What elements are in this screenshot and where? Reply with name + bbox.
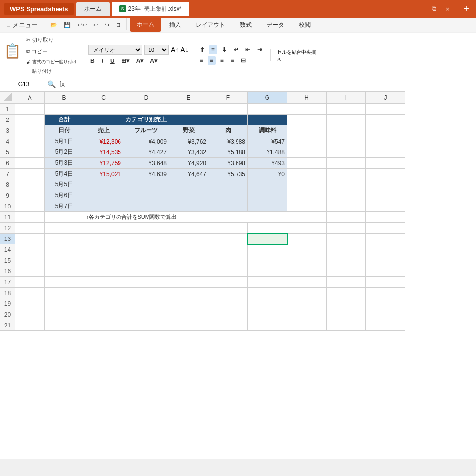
cell-G7[interactable]: ¥0 (248, 169, 287, 179)
cell-E13[interactable] (169, 234, 208, 244)
cell-H11[interactable] (287, 212, 327, 223)
cell-I8[interactable] (327, 179, 366, 190)
tab-file[interactable]: S23年_売上集計.xlsx* (112, 2, 190, 16)
cell-E3[interactable]: 野菜 (169, 125, 208, 136)
cell-J11[interactable] (366, 212, 405, 223)
cell-J8[interactable] (366, 179, 405, 190)
redo-btn[interactable]: ↪ (102, 18, 112, 32)
cell-I13[interactable] (327, 234, 366, 244)
menu-btn[interactable]: ≡ メニュー (4, 18, 41, 32)
cell-D10[interactable] (123, 201, 169, 212)
cell-A11[interactable] (15, 212, 45, 223)
indent-right-btn[interactable]: ⇥ (255, 45, 265, 54)
cell-B5[interactable]: 5月2日 (45, 147, 84, 158)
cell-H5[interactable] (287, 147, 327, 158)
tab-home[interactable]: ホーム (76, 2, 110, 16)
border-btn[interactable]: ⊞▾ (119, 57, 132, 65)
tab-ribbon-formula[interactable]: 数式 (233, 18, 259, 32)
cell-C12[interactable] (84, 223, 123, 234)
cell-I9[interactable] (327, 190, 366, 201)
cell-G13[interactable] (248, 234, 287, 244)
cell-J4[interactable] (366, 136, 405, 147)
cell-A13[interactable] (15, 234, 45, 244)
cell-C1[interactable] (84, 104, 123, 115)
cell-J1[interactable] (366, 104, 405, 115)
tab-ribbon-insert[interactable]: 挿入 (162, 18, 188, 32)
cell[interactable] (15, 244, 45, 255)
cell-G4[interactable]: ¥547 (248, 136, 287, 147)
cell-J12[interactable] (366, 223, 405, 234)
close-btn[interactable]: × (443, 4, 453, 14)
cell-I11[interactable] (327, 212, 366, 223)
cell-A9[interactable] (15, 190, 45, 201)
cell-J9[interactable] (366, 190, 405, 201)
cell-B12[interactable] (45, 223, 84, 234)
align-middle-btn[interactable]: ≡ (209, 45, 217, 54)
align-right-btn[interactable]: ≡ (218, 56, 226, 65)
cell-J13[interactable] (366, 234, 405, 244)
cell-J10[interactable] (366, 201, 405, 212)
cell-F2[interactable] (208, 115, 248, 125)
cell-G12[interactable] (248, 223, 287, 234)
cell-D7[interactable]: ¥4,639 (123, 169, 169, 179)
cell-F10[interactable] (208, 201, 248, 212)
cell-F9[interactable] (208, 190, 248, 201)
cell-B1[interactable] (45, 104, 84, 115)
cell-A6[interactable] (15, 158, 45, 169)
cell-A3[interactable] (15, 125, 45, 136)
font-name-select[interactable]: メイリオ (88, 45, 142, 55)
cell-A1[interactable] (15, 104, 45, 115)
cell-H2[interactable] (287, 115, 327, 125)
cell-E9[interactable] (169, 190, 208, 201)
cell-E4[interactable]: ¥3,762 (169, 136, 208, 147)
cell-E6[interactable]: ¥4,920 (169, 158, 208, 169)
cell-B11[interactable] (45, 212, 84, 223)
font-color-btn[interactable]: A▾ (148, 57, 160, 65)
cell-E7[interactable]: ¥4,647 (169, 169, 208, 179)
cell-D9[interactable] (123, 190, 169, 201)
col-header-B[interactable]: B (45, 92, 84, 104)
col-header-A[interactable]: A (15, 92, 45, 104)
cell-A8[interactable] (15, 179, 45, 190)
cell-F3[interactable]: 肉 (208, 125, 248, 136)
cell-I1[interactable] (327, 104, 366, 115)
align-bottom-btn[interactable]: ⬇ (219, 45, 229, 54)
cell-H3[interactable] (287, 125, 327, 136)
cell-H1[interactable] (287, 104, 327, 115)
col-header-C[interactable]: C (84, 92, 123, 104)
format-copy-btn[interactable]: 🖌 書式のコピー貼り付け (23, 58, 80, 67)
cell-I7[interactable] (327, 169, 366, 179)
cell-F7[interactable]: ¥5,735 (208, 169, 248, 179)
indent-left-btn[interactable]: ⇤ (243, 45, 253, 54)
open-btn[interactable]: 📂 (47, 18, 60, 32)
print-btn[interactable]: ⊟ (113, 18, 123, 32)
tab-ribbon-review[interactable]: 校閲 (292, 18, 318, 32)
cell-E12[interactable] (169, 223, 208, 234)
cell-J5[interactable] (366, 147, 405, 158)
cell-B3[interactable]: 日付 (45, 125, 84, 136)
cell-D4[interactable]: ¥4,009 (123, 136, 169, 147)
cell-D2[interactable]: カテゴリ別売上 (123, 115, 169, 125)
cell-G10[interactable] (248, 201, 287, 212)
merge-cell-btn[interactable]: ⊟ (238, 56, 248, 65)
cell-E8[interactable] (169, 179, 208, 190)
col-header-H[interactable]: H (287, 92, 327, 104)
cell-B13[interactable] (45, 234, 84, 244)
cell-G3[interactable]: 調味料 (248, 125, 287, 136)
cell-H9[interactable] (287, 190, 327, 201)
justify-btn[interactable]: ≡ (228, 56, 237, 65)
cell-H10[interactable] (287, 201, 327, 212)
cell-H8[interactable] (287, 179, 327, 190)
cell-D1[interactable] (123, 104, 169, 115)
copy-btn[interactable]: ⧉ コピー (23, 46, 80, 57)
new-tab-btn[interactable]: + (460, 2, 472, 16)
cell-H6[interactable] (287, 158, 327, 169)
cell-D12[interactable] (123, 223, 169, 234)
cell-C13[interactable] (84, 234, 123, 244)
cell-B4[interactable]: 5月1日 (45, 136, 84, 147)
cell-I3[interactable] (327, 125, 366, 136)
col-header-I[interactable]: I (327, 92, 366, 104)
cell-F1[interactable] (208, 104, 248, 115)
cell-D3[interactable]: フルーツ (123, 125, 169, 136)
cell-H12[interactable] (287, 223, 327, 234)
